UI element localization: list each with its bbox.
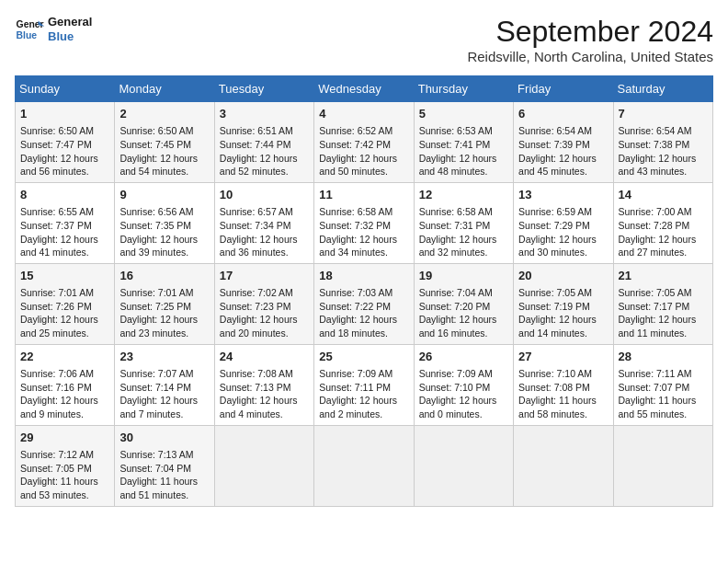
calendar-day-cell: 5Sunrise: 6:53 AMSunset: 7:41 PMDaylight… [414, 102, 513, 183]
day-content: Sunrise: 6:50 AMSunset: 7:45 PMDaylight:… [119, 124, 209, 178]
day-number: 24 [220, 349, 309, 365]
day-content: Sunrise: 7:08 AMSunset: 7:13 PMDaylight:… [220, 367, 309, 421]
weekday-header-cell: Friday [514, 76, 613, 102]
calendar-day-cell: 3Sunrise: 6:51 AMSunset: 7:44 PMDaylight… [214, 102, 313, 183]
day-number: 8 [20, 187, 109, 203]
day-content: Sunrise: 6:50 AMSunset: 7:47 PMDaylight:… [20, 124, 109, 178]
day-content: Sunrise: 7:10 AMSunset: 7:08 PMDaylight:… [518, 367, 608, 421]
calendar-week-row: 8Sunrise: 6:55 AMSunset: 7:37 PMDaylight… [16, 182, 713, 263]
calendar-day-cell: 14Sunrise: 7:00 AMSunset: 7:28 PMDayligh… [613, 182, 712, 263]
day-content: Sunrise: 7:13 AMSunset: 7:04 PMDaylight:… [119, 448, 209, 502]
day-content: Sunrise: 6:54 AMSunset: 7:38 PMDaylight:… [619, 124, 708, 178]
calendar-day-cell: 28Sunrise: 7:11 AMSunset: 7:07 PMDayligh… [613, 344, 712, 425]
day-number: 11 [319, 187, 408, 203]
calendar: SundayMondayTuesdayWednesdayThursdayFrid… [15, 75, 713, 507]
day-content: Sunrise: 7:04 AMSunset: 7:20 PMDaylight:… [419, 286, 508, 340]
day-content: Sunrise: 6:59 AMSunset: 7:29 PMDaylight:… [518, 205, 608, 259]
calendar-day-cell: 17Sunrise: 7:02 AMSunset: 7:23 PMDayligh… [214, 263, 313, 344]
day-content: Sunrise: 6:52 AMSunset: 7:42 PMDaylight:… [319, 124, 408, 178]
calendar-body: 1Sunrise: 6:50 AMSunset: 7:47 PMDaylight… [16, 102, 713, 507]
calendar-day-cell: 13Sunrise: 6:59 AMSunset: 7:29 PMDayligh… [514, 182, 613, 263]
calendar-day-cell [214, 425, 313, 506]
title-area: September 2024 Reidsville, North Carolin… [467, 15, 713, 64]
logo: General Blue GeneralBlue [15, 15, 92, 44]
day-number: 3 [220, 106, 309, 122]
day-number: 7 [619, 106, 708, 122]
day-number: 10 [220, 187, 309, 203]
day-number: 1 [20, 106, 109, 122]
weekday-header-cell: Thursday [414, 76, 513, 102]
calendar-day-cell: 30Sunrise: 7:13 AMSunset: 7:04 PMDayligh… [115, 425, 214, 506]
day-number: 17 [220, 268, 309, 284]
logo-icon: General Blue [15, 15, 44, 44]
day-content: Sunrise: 7:06 AMSunset: 7:16 PMDaylight:… [20, 367, 109, 421]
day-number: 12 [419, 187, 508, 203]
day-content: Sunrise: 7:03 AMSunset: 7:22 PMDaylight:… [319, 286, 408, 340]
day-number: 22 [20, 349, 109, 365]
calendar-day-cell: 19Sunrise: 7:04 AMSunset: 7:20 PMDayligh… [414, 263, 513, 344]
calendar-week-row: 29Sunrise: 7:12 AMSunset: 7:05 PMDayligh… [16, 425, 713, 506]
day-content: Sunrise: 6:58 AMSunset: 7:31 PMDaylight:… [419, 205, 508, 259]
day-number: 27 [518, 349, 608, 365]
calendar-week-row: 22Sunrise: 7:06 AMSunset: 7:16 PMDayligh… [16, 344, 713, 425]
calendar-day-cell: 20Sunrise: 7:05 AMSunset: 7:19 PMDayligh… [514, 263, 613, 344]
day-number: 15 [20, 268, 109, 284]
day-number: 14 [619, 187, 708, 203]
day-number: 26 [419, 349, 508, 365]
calendar-day-cell [613, 425, 712, 506]
calendar-day-cell: 22Sunrise: 7:06 AMSunset: 7:16 PMDayligh… [16, 344, 115, 425]
day-content: Sunrise: 7:05 AMSunset: 7:19 PMDaylight:… [518, 286, 608, 340]
calendar-day-cell: 27Sunrise: 7:10 AMSunset: 7:08 PMDayligh… [514, 344, 613, 425]
day-content: Sunrise: 7:01 AMSunset: 7:25 PMDaylight:… [119, 286, 209, 340]
day-number: 4 [319, 106, 408, 122]
day-content: Sunrise: 6:53 AMSunset: 7:41 PMDaylight:… [419, 124, 508, 178]
calendar-day-cell: 11Sunrise: 6:58 AMSunset: 7:32 PMDayligh… [314, 182, 414, 263]
day-number: 19 [419, 268, 508, 284]
day-content: Sunrise: 7:09 AMSunset: 7:10 PMDaylight:… [419, 367, 508, 421]
calendar-day-cell: 23Sunrise: 7:07 AMSunset: 7:14 PMDayligh… [115, 344, 214, 425]
day-content: Sunrise: 6:55 AMSunset: 7:37 PMDaylight:… [20, 205, 109, 259]
day-content: Sunrise: 7:02 AMSunset: 7:23 PMDaylight:… [220, 286, 309, 340]
header: General Blue GeneralBlue September 2024 … [15, 15, 713, 64]
calendar-day-cell: 12Sunrise: 6:58 AMSunset: 7:31 PMDayligh… [414, 182, 513, 263]
day-number: 29 [20, 430, 109, 446]
weekday-header-cell: Saturday [613, 76, 712, 102]
day-content: Sunrise: 7:05 AMSunset: 7:17 PMDaylight:… [619, 286, 708, 340]
day-number: 2 [119, 106, 209, 122]
day-number: 16 [119, 268, 209, 284]
calendar-day-cell [414, 425, 513, 506]
calendar-day-cell: 4Sunrise: 6:52 AMSunset: 7:42 PMDaylight… [314, 102, 414, 183]
calendar-day-cell: 25Sunrise: 7:09 AMSunset: 7:11 PMDayligh… [314, 344, 414, 425]
day-number: 28 [619, 349, 708, 365]
calendar-day-cell [314, 425, 414, 506]
logo-text: GeneralBlue [48, 15, 92, 43]
weekday-header-cell: Tuesday [214, 76, 313, 102]
calendar-day-cell: 2Sunrise: 6:50 AMSunset: 7:45 PMDaylight… [115, 102, 214, 183]
day-content: Sunrise: 7:07 AMSunset: 7:14 PMDaylight:… [119, 367, 209, 421]
day-number: 20 [518, 268, 608, 284]
day-number: 21 [619, 268, 708, 284]
calendar-day-cell: 10Sunrise: 6:57 AMSunset: 7:34 PMDayligh… [214, 182, 313, 263]
calendar-day-cell: 29Sunrise: 7:12 AMSunset: 7:05 PMDayligh… [16, 425, 115, 506]
calendar-week-row: 1Sunrise: 6:50 AMSunset: 7:47 PMDaylight… [16, 102, 713, 183]
day-content: Sunrise: 7:11 AMSunset: 7:07 PMDaylight:… [619, 367, 708, 421]
day-content: Sunrise: 6:57 AMSunset: 7:34 PMDaylight:… [220, 205, 309, 259]
day-number: 9 [119, 187, 209, 203]
calendar-day-cell: 24Sunrise: 7:08 AMSunset: 7:13 PMDayligh… [214, 344, 313, 425]
day-content: Sunrise: 7:00 AMSunset: 7:28 PMDaylight:… [619, 205, 708, 259]
subtitle: Reidsville, North Carolina, United State… [467, 49, 713, 64]
weekday-header-cell: Sunday [16, 76, 115, 102]
day-content: Sunrise: 6:56 AMSunset: 7:35 PMDaylight:… [119, 205, 209, 259]
day-number: 13 [518, 187, 608, 203]
day-content: Sunrise: 6:54 AMSunset: 7:39 PMDaylight:… [518, 124, 608, 178]
calendar-day-cell: 26Sunrise: 7:09 AMSunset: 7:10 PMDayligh… [414, 344, 513, 425]
day-content: Sunrise: 6:58 AMSunset: 7:32 PMDaylight:… [319, 205, 408, 259]
day-content: Sunrise: 7:01 AMSunset: 7:26 PMDaylight:… [20, 286, 109, 340]
day-content: Sunrise: 7:09 AMSunset: 7:11 PMDaylight:… [319, 367, 408, 421]
calendar-week-row: 15Sunrise: 7:01 AMSunset: 7:26 PMDayligh… [16, 263, 713, 344]
day-content: Sunrise: 6:51 AMSunset: 7:44 PMDaylight:… [220, 124, 309, 178]
day-number: 30 [119, 430, 209, 446]
calendar-day-cell [514, 425, 613, 506]
weekday-header-cell: Monday [115, 76, 214, 102]
weekday-header-cell: Wednesday [314, 76, 414, 102]
